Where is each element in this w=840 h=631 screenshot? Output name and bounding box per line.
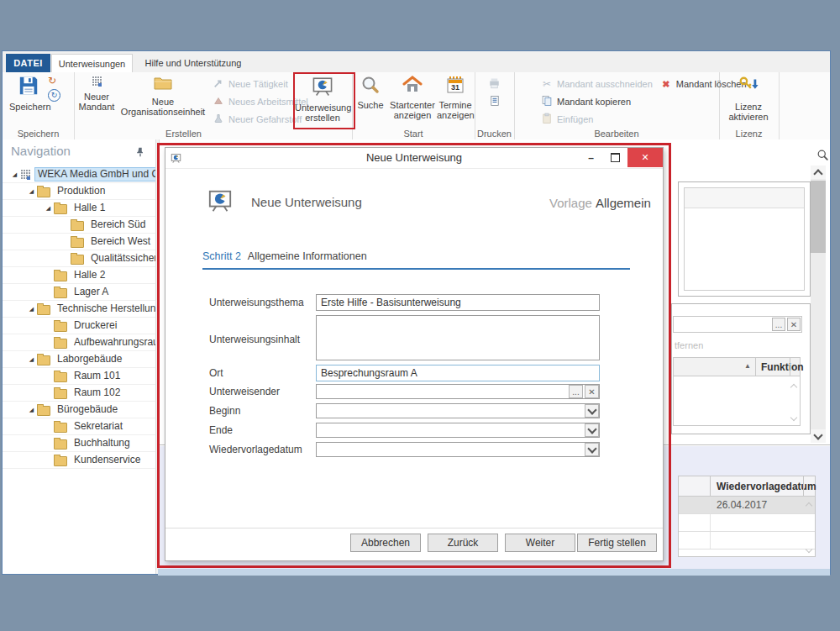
unterweisender-input[interactable] <box>316 384 600 399</box>
beginn-dropdown-button[interactable] <box>585 404 599 418</box>
bg-termine-row[interactable] <box>679 532 815 549</box>
folder-icon <box>37 406 50 416</box>
tree-item-aufbewahrungsraum[interactable]: Aufbewahrungsraum <box>3 334 155 351</box>
folder-icon <box>37 355 50 365</box>
zurueck-button[interactable]: Zurück <box>428 534 498 552</box>
vorlage-label: Vorlage <box>549 196 592 210</box>
content-scrollbar[interactable] <box>811 166 826 443</box>
refresh-icon[interactable]: ↻ <box>48 75 56 87</box>
fertig-stellen-button[interactable]: Fertig stellen <box>577 534 657 552</box>
bg-termine-table-header[interactable]: Wiedervorlagedatum <box>679 476 815 497</box>
tree-item-raum-102[interactable]: Raum 102 <box>3 385 155 402</box>
bg-termine-row[interactable] <box>679 514 815 532</box>
scrollbar-thumb[interactable] <box>811 181 826 253</box>
highlight-box-dialog: Neue Unterweisung – ✕ Neue Unterweisung … <box>157 143 671 568</box>
neuer-mandant-label: Neuer Mandant <box>76 92 118 112</box>
bg-ellipsis-button[interactable]: ... <box>772 318 785 331</box>
tree-item-qualit-tssicher[interactable]: Qualitätssicher... <box>3 250 155 267</box>
abbrechen-button[interactable]: Abbrechen <box>350 534 421 552</box>
bg-inner-header <box>685 188 804 208</box>
tree-item-raum-101[interactable]: Raum 101 <box>3 368 155 385</box>
mandant-ausschneiden-button: ✂ Mandant ausschneiden <box>541 76 653 91</box>
termine-button[interactable]: 31 Termine anzeigen <box>437 75 474 120</box>
building-icon <box>92 76 102 87</box>
unterweisender-ellipsis-button[interactable]: ... <box>569 385 583 398</box>
tree-item-label: Halle 1 <box>71 202 108 214</box>
tree-item-kundenservice[interactable]: Kundenservice <box>3 452 155 469</box>
tree-item-buchhaltung[interactable]: Buchhaltung <box>3 435 155 452</box>
inhalt-textarea[interactable] <box>316 315 600 360</box>
tab-unterweisungen[interactable]: Unterweisungen <box>51 54 133 72</box>
weiter-button[interactable]: Weiter <box>505 534 575 552</box>
tree-item-druckerei[interactable]: Druckerei <box>3 318 155 334</box>
tree-item-halle-2[interactable]: Halle 2 <box>3 267 155 284</box>
tree-item-technische-herstellung[interactable]: ◢Technische Herstellung <box>3 301 155 318</box>
maximize-icon <box>611 153 620 162</box>
tree-item-halle-1[interactable]: ◢Halle 1 <box>3 200 155 217</box>
equipment-icon <box>213 96 224 108</box>
tree-item-lager-a[interactable]: Lager A <box>3 284 155 301</box>
suche-button[interactable]: Suche <box>354 75 387 110</box>
bg-table-scroll-down[interactable] <box>790 414 797 421</box>
neue-organisationseinheit-button[interactable]: Neue Organisationseinheit <box>118 75 208 117</box>
ribbon-group-drucken: Drucken <box>475 72 515 139</box>
tab-datei[interactable]: DATEI <box>6 54 50 72</box>
save-button[interactable]: Speichern <box>9 75 48 112</box>
ende-combo[interactable] <box>316 423 600 438</box>
mandant-kopieren-button[interactable]: Mandant kopieren <box>541 94 631 108</box>
ende-dropdown-button[interactable] <box>585 423 599 437</box>
tab-hilfe[interactable]: Hilfe und Unterstützung <box>134 54 253 72</box>
bg-termine-table: Wiedervorlagedatum 26.04.2017 <box>678 476 816 557</box>
tree-item-sekretariat[interactable]: Sekretariat <box>3 418 155 435</box>
calendar-icon: 31 <box>445 83 465 97</box>
wiedervorlagedatum-dropdown-button[interactable] <box>585 443 599 456</box>
pin-icon[interactable] <box>135 145 145 160</box>
ort-input[interactable]: Besprechungsraum A <box>316 365 600 381</box>
save-label: Speichern <box>9 102 48 112</box>
bg-table-scroll-up[interactable] <box>790 384 797 391</box>
startcenter-button[interactable]: Startcenter anzeigen <box>388 75 437 120</box>
tree-item-label: Laborgebäude <box>55 353 124 365</box>
tree-item-label: Bereich Süd <box>88 218 148 231</box>
minimize-button[interactable]: – <box>579 148 603 167</box>
tree-item-label: Kundenservice <box>71 454 143 466</box>
lizenz-aktivieren-button[interactable]: Lizenz aktivieren <box>723 75 774 122</box>
bg-funktion-header-label: Funktion <box>761 361 804 373</box>
tree-item-weka-media-gmbh-und-c[interactable]: ◢WEKA Media GmbH und C... <box>3 166 155 183</box>
beginn-combo[interactable] <box>316 403 600 418</box>
folder-icon <box>153 75 173 95</box>
tree-item-bereich-s-d[interactable]: Bereich Süd <box>3 217 155 234</box>
maximize-button[interactable] <box>603 148 627 167</box>
tree-item-laborgeb-ude[interactable]: ◢Laborgebäude <box>3 351 155 368</box>
tree-expander-icon[interactable]: ◢ <box>43 205 54 212</box>
wiedervorlagedatum-combo[interactable] <box>316 442 600 457</box>
unterweisung-erstellen-button[interactable]: Unterweisung erstellen <box>295 76 350 123</box>
thema-input[interactable]: Erste Hilfe - Basisunterweisung <box>316 294 600 311</box>
tree-expander-icon[interactable]: ◢ <box>26 407 37 413</box>
bg-termine-row[interactable]: 26.04.2017 <box>679 497 815 514</box>
tree-expander-icon[interactable]: ◢ <box>9 171 20 178</box>
delete-x-icon: ✖ <box>660 79 672 89</box>
presentation-icon <box>312 86 333 100</box>
dialog-titlebar[interactable]: Neue Unterweisung – ✕ <box>165 148 663 169</box>
tree-expander-icon[interactable]: ◢ <box>26 306 37 313</box>
neuer-mandant-button[interactable]: Neuer Mandant <box>76 75 118 112</box>
step-number: Schritt 2 <box>202 250 241 262</box>
tree-expander-icon[interactable]: ◢ <box>26 188 37 195</box>
tree-item-b-rogeb-ude[interactable]: ◢Bürogebäude <box>3 402 155 418</box>
content-search-icon[interactable] <box>816 149 829 165</box>
close-button[interactable]: ✕ <box>627 148 663 167</box>
sync-icon[interactable]: ↻ <box>48 89 60 102</box>
tree-item-bereich-west[interactable]: Bereich West <box>3 234 155 250</box>
bg-clear-button[interactable]: ✕ <box>787 318 801 331</box>
printer-icon <box>488 77 501 90</box>
scroll-down-arrow[interactable] <box>811 429 826 443</box>
tree-item-produktion[interactable]: ◢Produktion <box>3 183 155 200</box>
unterweisender-clear-button[interactable]: ✕ <box>585 385 599 398</box>
flask-icon <box>213 113 224 125</box>
scroll-up-arrow[interactable] <box>811 166 826 179</box>
print-preview-button[interactable] <box>489 95 501 110</box>
bg-funktion-table-header[interactable]: ▲ Funktion <box>674 358 800 376</box>
tree-expander-icon[interactable]: ◢ <box>26 356 37 363</box>
tree-item-label: Aufbewahrungsraum <box>71 336 155 349</box>
